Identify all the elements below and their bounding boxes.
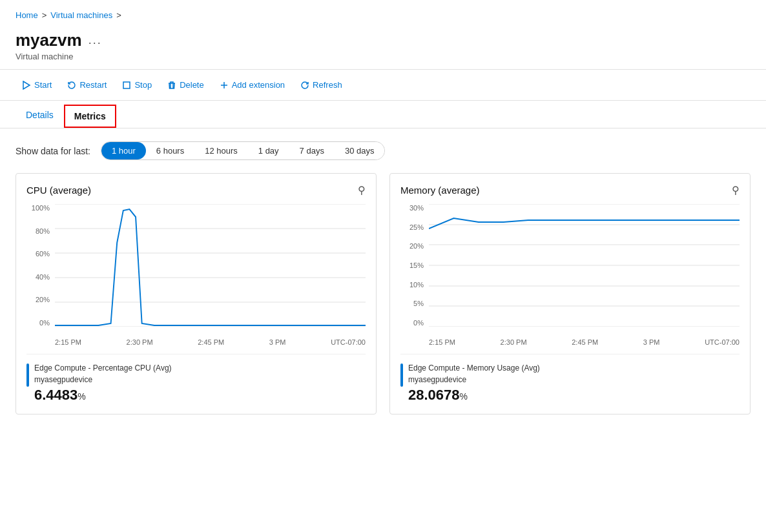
breadcrumb: Home > Virtual machines >: [0, 0, 766, 25]
page-title: myazvm: [16, 30, 82, 50]
time-pill-1hour[interactable]: 1 hour: [101, 142, 146, 159]
add-icon: [220, 81, 229, 90]
breadcrumb-vms[interactable]: Virtual machines: [50, 10, 112, 20]
restart-button[interactable]: Restart: [61, 76, 113, 94]
page-subtitle: Virtual machine: [16, 52, 750, 61]
memory-legend-name: Edge Compute - Memory Usage (Avg): [408, 362, 540, 374]
time-pill-1day[interactable]: 1 day: [248, 142, 289, 159]
memory-x-axis: 2:15 PM 2:30 PM 2:45 PM 3 PM UTC-07:00: [429, 338, 740, 346]
svg-marker-0: [23, 81, 30, 89]
cpu-legend-device: myasegpudevice: [34, 374, 172, 385]
memory-chart-legend: Edge Compute - Memory Usage (Avg) myaseg…: [400, 354, 740, 404]
memory-chart-header: Memory (average) ⚲: [400, 184, 740, 196]
time-period-selector: 1 hour 6 hours 12 hours 1 day 7 days 30 …: [101, 141, 386, 160]
memory-chart-plot: [429, 204, 740, 327]
memory-legend-value: 28.0678%: [408, 387, 540, 404]
memory-chart-card: Memory (average) ⚲ 30% 25% 20% 15% 10% 5…: [389, 173, 750, 414]
start-button[interactable]: Start: [16, 76, 58, 94]
more-options-button[interactable]: ...: [88, 34, 102, 47]
memory-chart-title: Memory (average): [400, 185, 480, 196]
refresh-button[interactable]: Refresh: [294, 76, 349, 94]
delete-button[interactable]: Delete: [161, 76, 211, 94]
cpu-y-axis: 100% 80% 60% 40% 20% 0%: [26, 204, 54, 327]
memory-pin-icon[interactable]: ⚲: [732, 184, 740, 196]
cpu-x-axis: 2:15 PM 2:30 PM 2:45 PM 3 PM UTC-07:00: [55, 338, 366, 346]
memory-legend-device: myasegpudevice: [408, 374, 540, 385]
cpu-legend-name: Edge Compute - Percentage CPU (Avg): [34, 362, 172, 374]
memory-chart-area: 30% 25% 20% 15% 10% 5% 0%: [400, 204, 740, 346]
cpu-chart-header: CPU (average) ⚲: [26, 184, 366, 196]
time-pill-12hours[interactable]: 12 hours: [194, 142, 248, 159]
delete-icon: [167, 81, 176, 90]
tabs: Details Metrics: [0, 103, 766, 128]
cpu-chart-card: CPU (average) ⚲ 100% 80% 60% 40% 20% 0%: [16, 173, 377, 414]
svg-rect-1: [123, 82, 130, 88]
content-area: Show data for last: 1 hour 6 hours 12 ho…: [0, 128, 766, 427]
breadcrumb-sep2: >: [116, 10, 121, 20]
breadcrumb-sep1: >: [42, 10, 47, 20]
stop-button[interactable]: Stop: [116, 76, 158, 94]
cpu-pin-icon[interactable]: ⚲: [358, 184, 366, 196]
cpu-chart-legend: Edge Compute - Percentage CPU (Avg) myas…: [26, 354, 366, 404]
cpu-chart-area: 100% 80% 60% 40% 20% 0%: [26, 204, 366, 346]
memory-legend-bar: [400, 363, 403, 387]
charts-row: CPU (average) ⚲ 100% 80% 60% 40% 20% 0%: [16, 173, 750, 414]
add-extension-button[interactable]: Add extension: [213, 76, 291, 94]
time-pill-7days[interactable]: 7 days: [289, 142, 335, 159]
stop-icon: [122, 81, 131, 90]
page-header: myazvm ... Virtual machine: [0, 25, 766, 70]
filter-label: Show data for last:: [16, 146, 90, 156]
filter-row: Show data for last: 1 hour 6 hours 12 ho…: [16, 141, 750, 160]
cpu-legend-value: 6.4483%: [34, 387, 172, 404]
cpu-legend-bar: [26, 363, 29, 387]
tab-details[interactable]: Details: [16, 103, 64, 128]
refresh-icon: [300, 81, 309, 90]
breadcrumb-home[interactable]: Home: [16, 10, 38, 20]
toolbar: Start Restart Stop Delete Add extension …: [0, 70, 766, 101]
restart-icon: [67, 81, 76, 90]
memory-y-axis: 30% 25% 20% 15% 10% 5% 0%: [400, 204, 428, 327]
start-icon: [22, 81, 31, 90]
tab-metrics[interactable]: Metrics: [64, 105, 116, 128]
cpu-chart-title: CPU (average): [26, 185, 91, 196]
time-pill-30days[interactable]: 30 days: [335, 142, 385, 159]
cpu-chart-plot: [55, 204, 366, 327]
time-pill-6hours[interactable]: 6 hours: [146, 142, 194, 159]
